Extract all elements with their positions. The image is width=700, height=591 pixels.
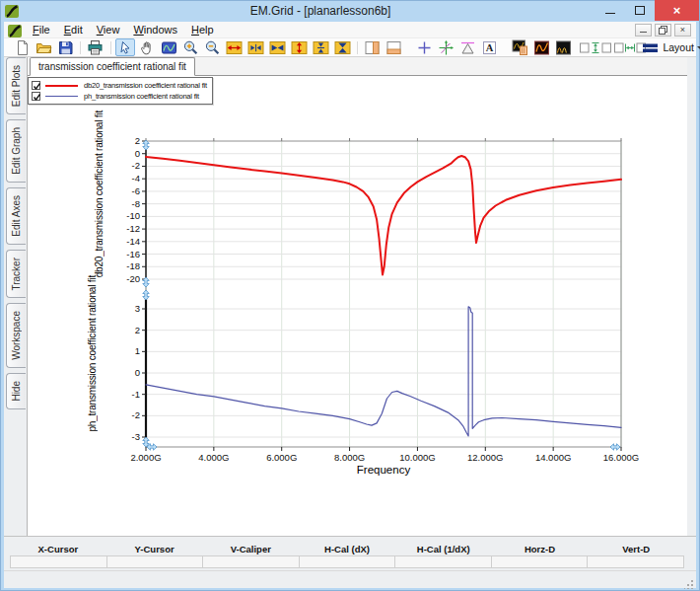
- select-arrow-button[interactable]: [115, 38, 135, 56]
- document-area: transmission coefficient rational fit 20…: [27, 57, 687, 536]
- menu-view[interactable]: View: [90, 23, 127, 37]
- y-tick-label: 0: [135, 367, 140, 378]
- legend-label: db20_transmission coefficient rational f…: [84, 81, 207, 90]
- plot-legend: db20_transmission coefficient rational f…: [28, 77, 213, 105]
- sidebar-tab-label: Hide: [10, 374, 23, 408]
- expand-y-button[interactable]: [289, 38, 309, 56]
- crosshair-button[interactable]: [415, 38, 435, 56]
- align-vertical-button[interactable]: [584, 38, 607, 56]
- legend-checkbox[interactable]: [32, 92, 40, 101]
- expand-x-button[interactable]: [224, 38, 244, 56]
- y-tick-label: -6: [132, 185, 140, 196]
- zoom-in-button[interactable]: [180, 38, 200, 56]
- new-document-button[interactable]: [12, 38, 32, 56]
- readout-header-h-cal-dx: H-Cal (dX): [299, 543, 395, 555]
- readout-value-vert-d: [588, 555, 684, 568]
- sidebar-tab-hide[interactable]: Hide: [6, 373, 26, 409]
- menu-file[interactable]: File: [26, 23, 57, 37]
- mdi-restore-button[interactable]: [655, 24, 671, 37]
- minimize-button[interactable]: [595, 0, 625, 21]
- close-icon: ×: [673, 4, 681, 17]
- readout-footer: X-CursorY-CursorV-CaliperH-Cal (dX)H-Cal…: [4, 536, 696, 587]
- shrink-x-button[interactable]: [245, 38, 265, 56]
- y-tick-label: -4: [132, 173, 140, 184]
- y-tick-label: 1: [135, 345, 140, 356]
- series-db20-transmission-coefficient-: [146, 156, 621, 275]
- add-graph-icon: [512, 39, 528, 56]
- title-bar: EM.Grid - [planarlesson6b] ×: [0, 0, 700, 22]
- align-horizontal-button[interactable]: [617, 38, 641, 56]
- y-tick-label: -3: [132, 431, 140, 442]
- mdi-restore-icon: [659, 26, 667, 35]
- y-tick-label: -8: [132, 198, 140, 209]
- layout-bars-button[interactable]: Layout: [652, 38, 695, 56]
- y-tick-label: -16: [126, 249, 140, 259]
- mdi-close-icon: ×: [680, 26, 685, 35]
- menu-bar: FileEditViewWindowsHelp ×: [4, 22, 696, 38]
- plot-panel[interactable]: 20-2-4-6-8-10-12-14-16-18-203210-1-2-32.…: [28, 76, 687, 536]
- y-axis-handle[interactable]: [143, 290, 149, 300]
- zoom-region-button[interactable]: [159, 38, 178, 56]
- menu-windows[interactable]: Windows: [126, 23, 184, 37]
- mdi-minimize-button[interactable]: [635, 24, 652, 37]
- shrink-y-button[interactable]: [311, 38, 330, 56]
- text-annotation-icon: A: [481, 39, 498, 56]
- mdi-window-controls: ×: [635, 24, 691, 37]
- document-tab-transmission-coefficient-rational-fit[interactable]: transmission coefficient rational fit: [30, 57, 195, 76]
- menu-edit[interactable]: Edit: [57, 23, 90, 37]
- close-button[interactable]: ×: [655, 0, 699, 21]
- new-document-icon: [14, 39, 31, 56]
- chart-canvas[interactable]: 20-2-4-6-8-10-12-14-16-18-203210-1-2-32.…: [28, 76, 687, 536]
- pane-rows-button[interactable]: [385, 38, 404, 56]
- print-button[interactable]: [86, 38, 105, 56]
- y-tick-label: -1: [132, 389, 140, 400]
- y-tick-label: 3: [135, 303, 140, 314]
- x-axis-handle[interactable]: [610, 444, 620, 450]
- graph-style-dark-button[interactable]: [531, 38, 551, 56]
- text-annotation-button[interactable]: A: [480, 38, 500, 56]
- caliper-button[interactable]: [458, 38, 478, 56]
- y-tick-label: -10: [126, 210, 140, 221]
- resize-grip[interactable]: [684, 575, 694, 585]
- sidebar-tab-edit-axes[interactable]: Edit Axes: [6, 187, 26, 245]
- save-button[interactable]: [55, 38, 75, 56]
- y-axis-1[interactable]: 3210-1-2-3: [132, 292, 146, 446]
- axis-handles[interactable]: [143, 140, 620, 450]
- legend-checkbox[interactable]: [32, 81, 40, 90]
- maximize-button[interactable]: [625, 0, 655, 21]
- pan-hand-button[interactable]: [137, 38, 157, 56]
- x-axis[interactable]: 2.000G4.000G6.000G8.000G10.000G12.000G14…: [130, 447, 639, 476]
- fit-x-button[interactable]: [267, 38, 287, 56]
- mdi-close-button[interactable]: ×: [674, 24, 691, 37]
- fit-y-button[interactable]: [332, 38, 352, 56]
- add-graph-button[interactable]: [510, 38, 529, 56]
- open-folder-button[interactable]: [34, 38, 53, 56]
- sidebar-tab-edit-graph[interactable]: Edit Graph: [6, 119, 26, 183]
- pane-columns-button[interactable]: [363, 38, 383, 56]
- y-axis-0[interactable]: 20-2-4-6-8-10-12-14-16-18-20: [126, 135, 146, 285]
- menu-help[interactable]: Help: [184, 23, 221, 37]
- maximize-icon: [635, 6, 645, 15]
- tracker-axes-button[interactable]: [437, 38, 456, 56]
- tracker-axes-icon: [438, 39, 455, 56]
- sidebar-tab-workspace[interactable]: Workspace: [6, 303, 26, 368]
- toolbar-gap: [405, 47, 414, 48]
- sidebar-tab-label: Edit Axes: [10, 188, 23, 244]
- shrink-x-icon: [247, 39, 264, 56]
- zoom-out-button[interactable]: [202, 38, 222, 56]
- readout-value-horz-d: [492, 555, 589, 568]
- x-tick-label: 16.000G: [603, 452, 639, 463]
- pane-rows-icon: [385, 39, 402, 56]
- sidebar-tabstrip: Edit PlotsEdit GraphEdit AxesTrackerWork…: [4, 57, 27, 536]
- toolbar-separator: [357, 41, 358, 54]
- legend-line-sample: [45, 85, 78, 87]
- readout-header-y-cursor: Y-Cursor: [106, 543, 203, 555]
- sidebar-tab-tracker[interactable]: Tracker: [6, 250, 26, 299]
- sidebar-tab-edit-plots[interactable]: Edit Plots: [6, 57, 26, 114]
- graph-style-curves-button[interactable]: [553, 38, 573, 56]
- y-tick-label: 2: [135, 325, 140, 335]
- cursor-readout-table: X-CursorY-CursorV-CaliperH-Cal (dX)H-Cal…: [10, 543, 684, 568]
- x-tick-label: 4.000G: [198, 452, 229, 463]
- shrink-y-icon: [313, 39, 329, 56]
- gridlines: [146, 141, 621, 447]
